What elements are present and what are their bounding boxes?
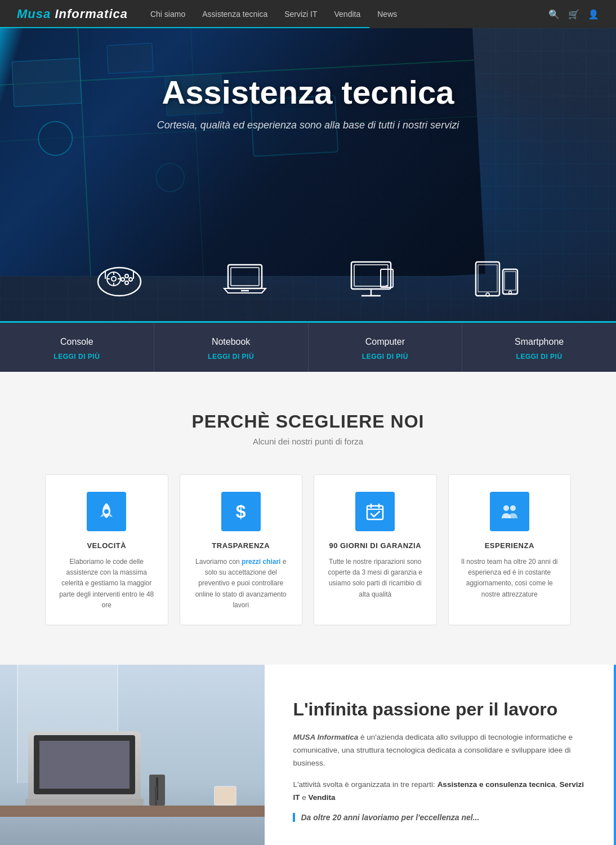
why-icon-team	[490, 492, 529, 531]
why-icon-rocket	[87, 492, 126, 531]
nav-assistenza[interactable]: Assistenza tecnica	[202, 10, 267, 19]
hero-smartphone-icon	[471, 254, 522, 304]
hero-content: Assistenza tecnica Cortesia, qualità ed …	[157, 73, 459, 131]
svg-rect-36	[505, 272, 516, 290]
laptop-screen-content	[39, 741, 130, 789]
svg-point-12	[111, 277, 116, 281]
why-card-esperienza-title: ESPERIENZA	[485, 541, 534, 550]
table-surface	[0, 806, 265, 817]
svg-point-43	[503, 505, 509, 511]
svg-point-20	[121, 278, 124, 281]
service-computer[interactable]: Computer LEGGI DI PIÙ	[309, 323, 463, 372]
hero-section: Assistenza tecnica Cortesia, qualità ed …	[0, 28, 616, 321]
svg-rect-5	[107, 43, 154, 74]
svg-point-17	[125, 274, 128, 278]
service-computer-link[interactable]: LEGGI DI PIÙ	[362, 353, 408, 361]
why-title: PERCHÈ SCEGLIERE NOI	[45, 411, 571, 432]
about-text-2: L'attività svolta è organizzata in tre r…	[293, 779, 588, 804]
why-card-trasparenza: $ TRASPARENZA Lavoriamo con prezzi chiar…	[180, 474, 303, 625]
coffee-liquid	[215, 787, 235, 804]
why-card-garanzia: 90 GIORNI DI GARANZIA Tutte le nostre ri…	[314, 474, 437, 625]
nav-vendita[interactable]: Vendita	[334, 10, 361, 19]
why-card-velocita-title: VELOCITÀ	[87, 541, 126, 550]
svg-rect-39	[367, 506, 383, 519]
svg-point-8	[155, 163, 185, 193]
svg-point-44	[510, 505, 516, 511]
svg-rect-26	[351, 262, 391, 289]
why-card-garanzia-title: 90 GIORNI DI GARANZIA	[329, 541, 421, 550]
service-notebook-link[interactable]: LEGGI DI PIÙ	[208, 353, 254, 361]
why-card-trasparenza-text: Lavoriamo con prezzi chiari e solo su ac…	[191, 557, 291, 611]
search-icon[interactable]: 🔍	[548, 9, 560, 20]
why-icon-calendar-check	[355, 492, 395, 531]
svg-point-18	[129, 278, 132, 281]
svg-rect-33	[478, 265, 497, 292]
about-section: L'infinita passione per il lavoro MUSA I…	[0, 665, 616, 845]
why-card-velocita-text: Elaboriamo le code delle assistenze con …	[57, 557, 157, 611]
blue-accent-bar	[614, 665, 616, 845]
service-notebook[interactable]: Notebook LEGGI DI PIÙ	[154, 323, 309, 372]
hero-notebook-icon	[220, 254, 270, 304]
navbar: Musa Informatica Chi siamo Assistenza te…	[0, 0, 616, 28]
svg-point-38	[104, 509, 109, 514]
about-title: L'infinita passione per il lavoro	[293, 699, 588, 720]
why-card-velocita: VELOCITÀ Elaboriamo le code delle assist…	[45, 474, 168, 625]
svg-line-3	[190, 28, 204, 276]
user-icon[interactable]: 👤	[588, 9, 599, 20]
service-notebook-name: Notebook	[212, 337, 251, 347]
nav-chi-siamo[interactable]: Chi siamo	[150, 10, 185, 19]
why-card-trasparenza-title: TRASPARENZA	[212, 541, 270, 550]
about-image	[0, 665, 265, 845]
laptop-screen	[34, 735, 135, 794]
about-more-text: Da oltre 20 anni lavoriamo per l'eccelle…	[293, 813, 588, 822]
why-card-garanzia-text: Tutte le nostre riparazioni sono coperte…	[325, 557, 425, 600]
cart-icon[interactable]: 🛒	[568, 9, 579, 20]
svg-point-19	[125, 281, 128, 284]
laptop-base	[25, 799, 144, 806]
nav-servizi-it[interactable]: Servizi IT	[284, 10, 317, 19]
why-cards: VELOCITÀ Elaboriamo le code delle assist…	[45, 474, 571, 625]
hero-console-icon	[94, 254, 145, 304]
hero-image-area	[0, 28, 616, 276]
svg-rect-32	[476, 262, 499, 296]
nav-links: Chi siamo Assistenza tecnica Servizi IT …	[150, 10, 548, 19]
nav-icons: 🔍 🛒 👤	[548, 9, 599, 20]
svg-rect-4	[12, 58, 82, 106]
about-content: L'infinita passione per il lavoro MUSA I…	[265, 665, 616, 845]
service-computer-name: Computer	[365, 337, 405, 347]
logo-informatica: Informatica	[55, 7, 128, 21]
why-icon-dollar: $	[221, 492, 261, 531]
why-card-esperienza: ESPERIENZA Il nostro team ha oltre 20 an…	[448, 474, 572, 625]
hero-computer-icon	[346, 254, 396, 304]
service-console-link[interactable]: LEGGI DI PIÙ	[53, 353, 100, 361]
logo-musa: Musa	[17, 7, 51, 21]
hero-subtitle: Cortesia, qualità ed esperienza sono all…	[157, 119, 459, 131]
service-strip: Console LEGGI DI PIÙ Notebook LEGGI DI P…	[0, 321, 616, 372]
why-section: PERCHÈ SCEGLIERE NOI Alcuni dei nostri p…	[0, 372, 616, 665]
pcb-board	[0, 28, 485, 276]
svg-rect-27	[354, 265, 388, 286]
service-console[interactable]: Console LEGGI DI PIÙ	[0, 323, 154, 372]
svg-point-37	[509, 291, 512, 294]
coffee-cup	[214, 786, 236, 806]
laptop-lid	[28, 731, 141, 799]
svg-rect-24	[231, 268, 259, 286]
laptop	[28, 731, 141, 806]
dollar-symbol: $	[236, 501, 246, 522]
service-smartphone-name: Smartphone	[515, 337, 564, 347]
hero-icons-row	[0, 254, 616, 304]
site-logo[interactable]: Musa Informatica	[17, 7, 128, 21]
service-smartphone[interactable]: Smartphone LEGGI DI PIÙ	[462, 323, 616, 372]
pcb-traces	[0, 28, 485, 276]
service-smartphone-link[interactable]: LEGGI DI PIÙ	[516, 353, 563, 361]
hero-title: Assistenza tecnica	[157, 73, 459, 111]
why-subtitle: Alcuni dei nostri punti di forza	[45, 437, 571, 446]
why-card-esperienza-text: Il nostro team ha oltre 20 anni di esper…	[460, 557, 560, 600]
about-text-1: MUSA Informatica è un'azienda dedicata a…	[293, 731, 588, 770]
office-scene	[0, 665, 265, 845]
svg-point-7	[38, 121, 73, 156]
pen-holder	[149, 775, 165, 806]
pen2	[155, 786, 157, 806]
svg-rect-23	[228, 265, 262, 288]
nav-news[interactable]: News	[377, 10, 397, 19]
